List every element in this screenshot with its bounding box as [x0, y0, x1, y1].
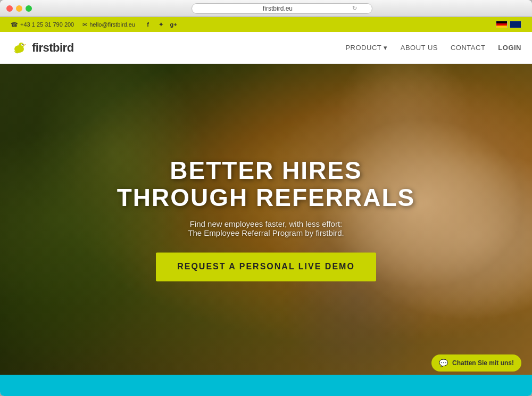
- hero-headline-line2: THROUGH REFERRALS: [117, 184, 415, 211]
- phone-info: ☎ +43 1 25 31 790 200: [11, 21, 74, 28]
- facebook-icon[interactable]: f: [144, 20, 152, 29]
- hero-subtext-line2: The Employee Referral Program by firstbi…: [188, 229, 344, 238]
- language-flags: [496, 21, 521, 28]
- german-flag[interactable]: [496, 21, 508, 28]
- logo-text: firstbird: [32, 41, 74, 55]
- hero-section: BETTER HIRES THROUGH REFERRALS Find new …: [0, 64, 532, 375]
- bottom-cyan-bar: [0, 375, 532, 396]
- hero-headline-line1: BETTER HIRES: [170, 156, 362, 184]
- nav-login[interactable]: LOGIN: [498, 44, 521, 52]
- browser-titlebar: firstbird.eu ↻: [0, 0, 532, 17]
- hero-subtext: Find new employees faster, with less eff…: [80, 220, 452, 238]
- browser-content: ☎ +43 1 25 31 790 200 ✉ hello@firstbird.…: [0, 17, 532, 396]
- googleplus-icon[interactable]: g+: [169, 20, 178, 29]
- hero-headline: BETTER HIRES THROUGH REFERRALS: [80, 157, 452, 211]
- social-links: f ✦ g+: [144, 20, 178, 29]
- phone-number: +43 1 25 31 790 200: [20, 21, 74, 28]
- nav-product[interactable]: PRODUCT ▾: [345, 44, 387, 52]
- top-bar: ☎ +43 1 25 31 790 200 ✉ hello@firstbird.…: [0, 17, 532, 32]
- twitter-icon[interactable]: ✦: [156, 20, 165, 29]
- svg-point-3: [22, 44, 23, 45]
- nav-contact[interactable]: CONTACT: [451, 44, 485, 52]
- url-bar[interactable]: firstbird.eu ↻: [192, 3, 372, 14]
- window-controls: [6, 5, 32, 12]
- address-bar-area: firstbird.eu ↻: [38, 3, 526, 14]
- nav-about[interactable]: ABOUT US: [401, 44, 438, 52]
- cta-button[interactable]: REQUEST A PERSONAL LIVE DEMO: [156, 253, 376, 282]
- svg-marker-4: [24, 44, 26, 46]
- chat-widget[interactable]: 💬 Chatten Sie mit uns!: [431, 354, 521, 372]
- phone-icon: ☎: [11, 21, 18, 28]
- hero-subtext-line1: Find new employees faster, with less eff…: [190, 220, 343, 229]
- english-flag[interactable]: [510, 21, 521, 28]
- email-address: hello@firstbird.eu: [89, 21, 135, 28]
- maximize-dot[interactable]: [26, 5, 32, 12]
- browser-window: firstbird.eu ↻ ☎ +43 1 25 31 790 200 ✉ h…: [0, 0, 532, 396]
- chevron-down-icon: ▾: [384, 44, 388, 52]
- logo-bird-icon: [11, 39, 28, 56]
- chat-bubble-icon: 💬: [439, 359, 448, 367]
- chat-label: Chatten Sie mit uns!: [452, 359, 514, 367]
- hero-content: BETTER HIRES THROUGH REFERRALS Find new …: [80, 157, 452, 281]
- minimize-dot[interactable]: [16, 5, 22, 12]
- email-icon: ✉: [82, 21, 87, 28]
- refresh-icon[interactable]: ↻: [352, 5, 357, 12]
- nav-links: PRODUCT ▾ ABOUT US CONTACT LOGIN: [345, 44, 521, 52]
- logo-area[interactable]: firstbird: [11, 39, 74, 56]
- nav-bar: firstbird PRODUCT ▾ ABOUT US CONTACT LOG…: [0, 32, 532, 64]
- close-dot[interactable]: [6, 5, 13, 12]
- url-text: firstbird.eu: [263, 5, 293, 12]
- email-info: ✉ hello@firstbird.eu: [82, 21, 135, 28]
